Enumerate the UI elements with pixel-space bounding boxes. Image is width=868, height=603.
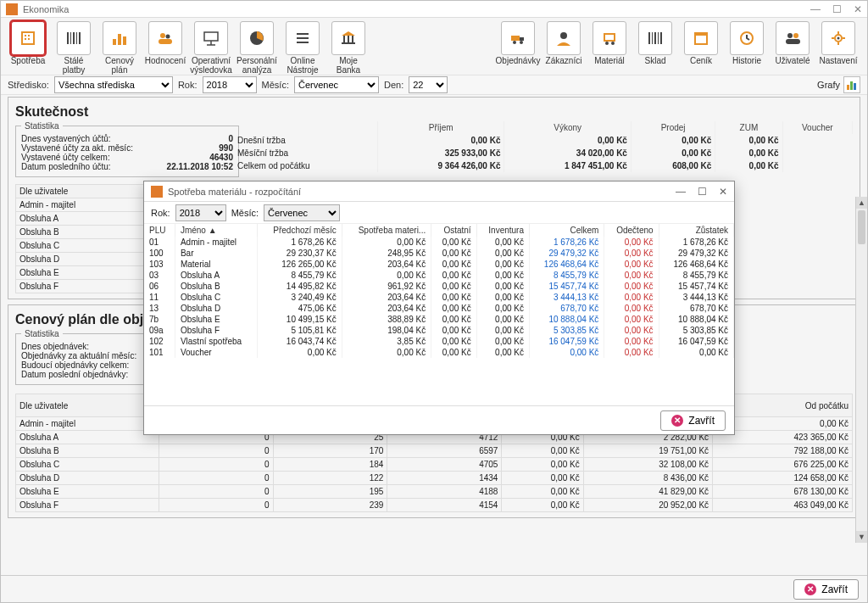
modal-mesic-select[interactable]: Červenec	[264, 204, 340, 221]
cell: Celkem od počátku	[234, 159, 378, 172]
mesic-select[interactable]: Červenec	[294, 76, 379, 93]
table-row[interactable]: 13Obsluha D475,06 Kč203,64 Kč0,00 Kč0,00…	[144, 303, 734, 314]
svg-rect-46	[786, 39, 800, 44]
material-table[interactable]: PLUJméno ▲Předchozí měsícSpotřeba materi…	[144, 224, 734, 358]
svg-rect-7	[73, 32, 75, 44]
close-button[interactable]: ✕	[854, 3, 862, 15]
toolbar-zakaznici[interactable]: Zákazníci	[542, 21, 586, 66]
modal-close-button[interactable]: ✕	[719, 186, 727, 198]
col-header[interactable]: PLU	[144, 224, 175, 237]
cell: Vlastní spotřeba	[175, 336, 257, 347]
modal-close-action-button[interactable]: ✕ Zavřít	[660, 410, 726, 431]
cell: 0,00 Kč	[258, 347, 342, 358]
modal-minimize-button[interactable]: —	[676, 186, 686, 198]
table-row[interactable]: 7bObsluha E10 499,15 Kč388,89 Kč0,00 Kč0…	[144, 314, 734, 325]
col-header[interactable]: Dle uživatele	[16, 394, 159, 417]
col-header[interactable]: Předchozí měsíc	[258, 224, 342, 237]
toolbar-material[interactable]: Materiál	[587, 21, 632, 66]
cell: Obsluha F	[16, 499, 159, 512]
toolbar-cenovy-plan[interactable]: Cenový plán	[97, 21, 142, 75]
scroll-thumb[interactable]	[858, 210, 865, 244]
table-row[interactable]: 11Obsluha C3 240,49 Kč203,64 Kč0,00 Kč0,…	[144, 292, 734, 303]
toolbar-historie[interactable]: Historie	[725, 21, 769, 66]
cell: 4188	[387, 485, 502, 499]
cell: Obsluha D	[16, 253, 151, 266]
table-row[interactable]: 01Admin - majitel1 678,26 Kč0,00 Kč0,00 …	[144, 237, 734, 248]
toolbar-objednavky[interactable]: Objednávky	[496, 21, 540, 66]
cell: Dnešní tržba	[234, 134, 378, 147]
table-row[interactable]: 100Bar29 230,37 Kč248,95 Kč0,00 Kč0,00 K…	[144, 248, 734, 259]
col-header[interactable]: Ostatní	[431, 224, 476, 237]
truck-icon	[501, 21, 535, 55]
stat-label: Vystavené účty za akt. měsíc:	[21, 143, 157, 153]
toolbar-spotreba[interactable]: Spotřeba	[6, 21, 50, 75]
stredisko-select[interactable]: Všechna střediska	[54, 76, 173, 93]
maximize-button[interactable]: ☐	[832, 3, 842, 15]
col-header[interactable]: Odečteno	[604, 224, 659, 237]
toolbar-label: Nastavení	[819, 57, 857, 66]
scroll-down-icon[interactable]: ▼	[856, 531, 867, 543]
user-icon	[547, 21, 581, 55]
toolbar-hodnoceni[interactable]: Hodnocení	[143, 21, 187, 75]
cell: Obsluha A	[16, 212, 151, 226]
cell: Obsluha C	[175, 292, 257, 303]
cell: Obsluha B	[16, 444, 159, 458]
toolbar-nastaveni[interactable]: Nastavení	[816, 21, 860, 66]
col-header[interactable]: Dle uživatele	[16, 185, 151, 198]
table-row[interactable]: 09aObsluha F5 105,81 Kč198,04 Kč0,00 Kč0…	[144, 325, 734, 336]
svg-rect-39	[658, 32, 659, 44]
svg-rect-40	[660, 32, 662, 44]
stat-label: Budoucí objednávky celkem:	[21, 360, 157, 370]
toolbar-moje-banka[interactable]: Moje Banka	[326, 21, 370, 75]
table-row[interactable]: 103Material126 265,00 Kč203,64 Kč0,00 Kč…	[144, 259, 734, 270]
cell: 11	[144, 292, 175, 303]
toolbar-label: Cenový plán	[97, 57, 142, 75]
table-row[interactable]: Obsluha C018447050,00 Kč32 108,00 Kč676 …	[16, 458, 853, 472]
toolbar-operativni-vysledovka[interactable]: Operativní výsledovka	[189, 21, 233, 75]
close-icon: ✕	[671, 415, 683, 427]
modal-rok-select[interactable]: 2018	[175, 204, 226, 221]
stat-label: Vystavené účty celkem:	[21, 153, 157, 162]
toolbar-uzivatele[interactable]: Uživatelé	[771, 21, 815, 66]
table-row[interactable]: Obsluha B017065970,00 Kč19 751,00 Kč792 …	[16, 444, 853, 458]
cell: 32 108,00 Kč	[583, 458, 712, 472]
table-row[interactable]: 06Obsluha B14 495,82 Kč961,92 Kč0,00 Kč0…	[144, 281, 734, 292]
col-header[interactable]: Celkem	[530, 224, 604, 237]
table-row: Dnešní tržba0,00 Kč0,00 Kč0,00 Kč0,00 Kč	[234, 134, 853, 147]
col-header[interactable]: Spotřeba materi...	[342, 224, 431, 237]
toolbar-stale-platby[interactable]: Stálé platby	[52, 21, 96, 75]
vertical-scrollbar[interactable]: ▲ ▼	[855, 197, 867, 543]
cell: 676 225,00 Kč	[713, 458, 853, 472]
table-row[interactable]: Obsluha F023941540,00 Kč20 952,00 Kč463 …	[16, 499, 853, 512]
table-row[interactable]: 101Voucher0,00 Kč0,00 Kč0,00 Kč0,00 Kč0,…	[144, 347, 734, 358]
toolbar-personalni-analyza[interactable]: Personální analýza	[235, 21, 279, 75]
table-row[interactable]: Obsluha E019541880,00 Kč41 829,00 Kč678 …	[16, 485, 853, 499]
app-title: Ekonomika	[23, 4, 69, 14]
table-row[interactable]: Obsluha D012214340,00 Kč8 436,00 Kč124 6…	[16, 472, 853, 485]
cell: 3 240,49 Kč	[258, 292, 342, 303]
table-row[interactable]: 03Obsluha A8 455,79 Kč0,00 Kč0,00 Kč0,00…	[144, 270, 734, 281]
svg-point-14	[166, 35, 170, 39]
rok-select[interactable]: 2018	[203, 76, 257, 93]
scroll-up-icon[interactable]: ▲	[856, 197, 867, 209]
cell: 5 303,85 Kč	[659, 325, 733, 336]
toolbar-cenik[interactable]: Ceník	[679, 21, 723, 66]
cell: 1 678,26 Kč	[659, 237, 733, 248]
svg-point-34	[605, 42, 609, 45]
toolbar: SpotřebaStálé platbyCenový plánHodnocení…	[1, 18, 867, 75]
cell: 0,00 Kč	[342, 237, 431, 248]
col-header[interactable]: Inventura	[476, 224, 529, 237]
col-header[interactable]: Zůstatek	[659, 224, 733, 237]
cell: 1434	[387, 472, 502, 485]
den-select[interactable]: 22	[409, 76, 448, 93]
modal-maximize-button[interactable]: ☐	[698, 186, 707, 198]
toolbar-online-nastroje[interactable]: Online Nástroje	[281, 21, 325, 75]
toolbar-sklad[interactable]: Sklad	[633, 21, 677, 66]
col-header[interactable]: Jméno ▲	[175, 224, 257, 237]
cell: 16 043,74 Kč	[258, 336, 342, 347]
close-main-button[interactable]: ✕ Zavřít	[793, 579, 859, 600]
minimize-button[interactable]: —	[810, 3, 821, 15]
table-row[interactable]: 102Vlastní spotřeba16 043,74 Kč3,85 Kč0,…	[144, 336, 734, 347]
history-icon	[730, 21, 764, 55]
grafy-button[interactable]	[843, 76, 860, 93]
